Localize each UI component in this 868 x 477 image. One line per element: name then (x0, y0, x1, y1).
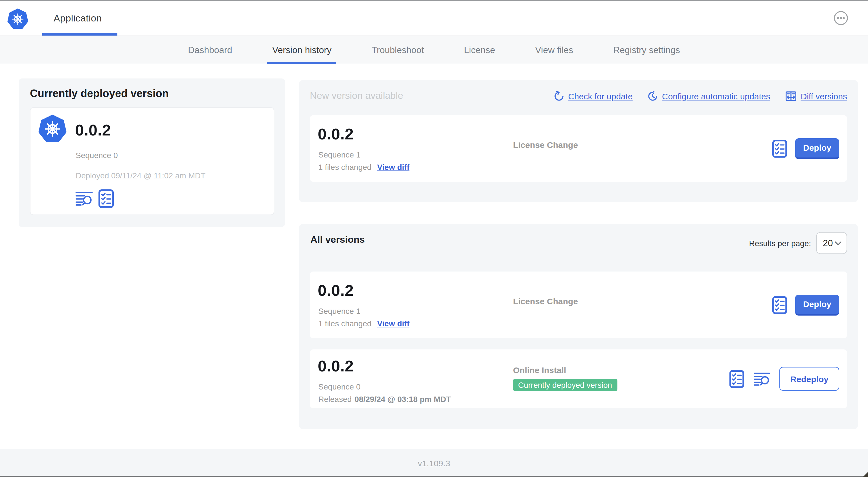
check-for-update-link[interactable]: Check for update (553, 91, 633, 101)
new-version-panel: New version available Check for update (299, 80, 858, 202)
files-changed: 1 files changedView diff (318, 319, 409, 328)
deploy-button[interactable]: Deploy (795, 138, 839, 159)
released-timestamp: Released08/29/24 @ 03:18 pm MDT (318, 395, 451, 404)
kubernetes-logo-icon (38, 115, 67, 143)
ellipsis-icon (834, 11, 848, 25)
preflight-checklist-icon (730, 369, 745, 388)
row-actions: Deploy (772, 115, 839, 182)
all-versions-panel: All versions Results per page: 20 0.0.2 … (299, 224, 858, 429)
version-number: 0.0.2 (318, 125, 354, 143)
view-logs-button[interactable] (754, 371, 771, 386)
currently-deployed-badge: Currently deployed version (513, 379, 617, 391)
preflight-checks-button[interactable] (772, 296, 787, 314)
deployed-version-number: 0.0.2 (75, 121, 111, 140)
tab-troubleshoot[interactable]: Troubleshoot (372, 36, 424, 64)
version-source: License Change (513, 296, 578, 306)
window-resize-corner (863, 472, 868, 477)
version-number: 0.0.2 (318, 282, 354, 300)
version-row: 0.0.2 Sequence 1 1 files changedView dif… (310, 271, 847, 338)
preflight-checklist-icon (772, 139, 787, 158)
deployed-sequence: Sequence 0 (75, 151, 118, 160)
update-links: Check for update Configure automatic upd… (553, 90, 847, 102)
logs-icon (75, 191, 93, 207)
deployed-version-actions (75, 189, 114, 208)
preflight-checks-button[interactable] (730, 369, 745, 388)
files-changed: 1 files changedView diff (318, 162, 409, 172)
app-root: Application Dashboard Version history Tr… (0, 0, 868, 477)
subnav-tabs: Dashboard Version history Troubleshoot L… (0, 36, 868, 64)
chevron-down-icon (835, 241, 841, 245)
view-diff-link[interactable]: View diff (377, 162, 409, 172)
overflow-menu-button[interactable] (834, 11, 848, 25)
version-sequence: Sequence 1 (318, 150, 360, 159)
version-sequence: Sequence 1 (318, 306, 360, 316)
logs-icon (754, 371, 771, 386)
new-version-row: 0.0.2 Sequence 1 1 files changedView dif… (310, 115, 847, 182)
all-versions-title: All versions (310, 234, 365, 245)
row-actions: Redeploy (730, 350, 839, 408)
row-actions: Deploy (772, 271, 839, 338)
currently-deployed-title: Currently deployed version (30, 88, 169, 100)
tab-view-files[interactable]: View files (535, 36, 574, 64)
version-number: 0.0.2 (318, 357, 354, 376)
view-diff-link[interactable]: View diff (377, 319, 409, 328)
window-bottom-edge (0, 476, 868, 477)
tab-license[interactable]: License (464, 36, 495, 64)
topbar: Application (0, 1, 868, 36)
schedule-update-icon (647, 91, 658, 101)
tab-registry-settings[interactable]: Registry settings (613, 36, 680, 64)
results-per-page: Results per page: 20 (749, 232, 847, 254)
configure-automatic-updates-link[interactable]: Configure automatic updates (647, 91, 770, 101)
deploy-button[interactable]: Deploy (795, 294, 839, 315)
diff-versions-link[interactable]: Diff versions (785, 90, 847, 102)
kubernetes-logo-icon (7, 8, 28, 29)
tab-dashboard[interactable]: Dashboard (188, 36, 232, 64)
new-version-title: New version available (310, 90, 403, 101)
preflight-checklist-icon (98, 189, 114, 208)
tab-version-history[interactable]: Version history (272, 36, 332, 64)
footer: v1.109.3 (0, 449, 868, 477)
view-logs-button[interactable] (75, 191, 93, 207)
console-version: v1.109.3 (417, 458, 450, 468)
version-row: 0.0.2 Sequence 0 Released08/29/24 @ 03:1… (310, 350, 847, 408)
app-title: Application (54, 13, 102, 24)
refresh-icon (553, 91, 564, 101)
diff-icon (785, 90, 797, 102)
preflight-checks-button[interactable] (98, 189, 114, 208)
results-per-page-label: Results per page: (749, 239, 811, 247)
preflight-checks-button[interactable] (772, 139, 787, 158)
version-sequence: Sequence 0 (318, 382, 360, 391)
currently-deployed-card: 0.0.2 Sequence 0 Deployed 09/11/24 @ 11:… (30, 107, 274, 215)
currently-deployed-panel: Currently deployed version (19, 79, 285, 227)
preflight-checklist-icon (772, 296, 787, 314)
deployed-timestamp: Deployed 09/11/24 @ 11:02 am MDT (75, 171, 206, 180)
redeploy-button[interactable]: Redeploy (780, 367, 839, 391)
window-top-edge (0, 0, 868, 1)
active-app-underline (42, 33, 117, 35)
results-per-page-select[interactable]: 20 (816, 232, 847, 254)
main-content: Currently deployed version (0, 64, 868, 449)
version-source: Online Install (513, 365, 566, 375)
version-source: License Change (513, 140, 578, 150)
